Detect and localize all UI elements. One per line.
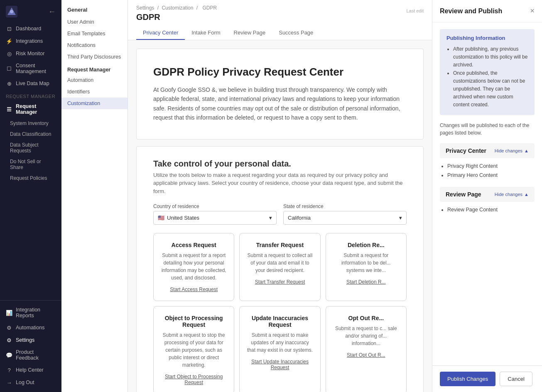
settings-item-automation[interactable]: Automation bbox=[61, 74, 128, 86]
sidebar-item-integrations[interactable]: ⚡ Integrations bbox=[0, 35, 61, 47]
sidebar-item-risk-monitor[interactable]: ◎ Risk Monitor bbox=[0, 47, 61, 60]
live-data-map-icon: ⊕ bbox=[6, 80, 12, 87]
sidebar-item-product-feedback[interactable]: 💬 Product Feedback bbox=[0, 346, 61, 364]
update-inaccuracies-link[interactable]: Start Update Inaccuracies Request bbox=[246, 359, 313, 370]
settings-item-notifications[interactable]: Notifications bbox=[61, 39, 128, 51]
publishing-info-box: Publishing Information After publishing,… bbox=[440, 29, 535, 115]
tab-privacy-center[interactable]: Privacy Center bbox=[136, 26, 185, 40]
help-icon: ? bbox=[6, 367, 12, 373]
breadcrumb-settings[interactable]: Settings bbox=[136, 5, 154, 11]
settings-item-user-admin[interactable]: User Admin bbox=[61, 16, 128, 28]
review-page-section-header[interactable]: Review Page Hide changes ▲ bbox=[440, 187, 535, 202]
sidebar-item-help-center[interactable]: ? Help Center bbox=[0, 364, 61, 376]
opt-out-link[interactable]: Start Opt Out R... bbox=[333, 352, 400, 358]
sidebar-item-log-out[interactable]: → Log Out bbox=[0, 376, 61, 389]
deletion-request-link[interactable]: Start Deletion R... bbox=[333, 279, 400, 285]
privacy-center-changes-list: Privacy Right Content Primary Hero Conte… bbox=[440, 162, 535, 180]
page-title: GDPR bbox=[136, 12, 218, 22]
deletion-request-text: Submit a request for information to be d… bbox=[333, 252, 400, 274]
tab-success-page[interactable]: Success Page bbox=[272, 26, 320, 40]
review-page-toggle[interactable]: Hide changes ▲ bbox=[495, 192, 529, 197]
sidebar-header: ← bbox=[0, 0, 61, 21]
changes-text: Changes will be published to each of the… bbox=[440, 122, 535, 137]
chevron-up-icon: ▲ bbox=[524, 148, 529, 153]
back-button[interactable]: ← bbox=[48, 7, 56, 16]
country-select[interactable]: 🇺🇸 United States ▾ bbox=[153, 211, 277, 225]
hero-title: GDPR Policy Privacy Request Center bbox=[153, 66, 407, 78]
settings-item-customization[interactable]: Customization bbox=[61, 98, 128, 109]
opt-out-title: Opt Out Re... bbox=[333, 315, 400, 321]
review-page-content-item: Review Page Content bbox=[447, 205, 535, 215]
privacy-center-section-title: Privacy Center bbox=[446, 147, 486, 154]
transfer-request-link[interactable]: Start Transfer Request bbox=[246, 279, 313, 285]
primary-hero-content-item: Primary Hero Content bbox=[447, 171, 535, 180]
tabs: Privacy Center Intake Form Review Page S… bbox=[136, 26, 424, 40]
privacy-center-toggle[interactable]: Hide changes ▲ bbox=[495, 148, 529, 153]
page-header: Settings / Customization / GDPR GDPR Las… bbox=[128, 0, 432, 40]
general-section-header: General bbox=[61, 0, 128, 16]
transfer-request-title: Transfer Request bbox=[246, 242, 313, 248]
hero-text: At Goofy Google SSO &, we believe in bui… bbox=[153, 85, 407, 122]
sidebar-item-do-not-sell[interactable]: Do Not Sell or Share bbox=[0, 156, 61, 173]
sidebar-item-integration-reports[interactable]: 📊 Integration Reports bbox=[0, 304, 61, 321]
sidebar-nav: ⊡ Dashboard ⚡ Integrations ◎ Risk Monito… bbox=[0, 21, 61, 300]
sidebar-bottom: 📊 Integration Reports ⚙ Automations ⚙ Se… bbox=[0, 300, 61, 392]
sidebar-item-settings[interactable]: ⚙ Settings bbox=[0, 334, 61, 346]
tab-review-page[interactable]: Review Page bbox=[227, 26, 272, 40]
svg-point-2 bbox=[10, 10, 13, 13]
deletion-request-card: Deletion Re... Submit a request for info… bbox=[326, 233, 407, 301]
opt-out-card: Opt Out Re... Submit a request to c... s… bbox=[326, 306, 407, 392]
sidebar-item-automations[interactable]: ⚙ Automations bbox=[0, 321, 61, 334]
object-processing-card: Object to Processing Request Submit a re… bbox=[153, 306, 234, 392]
cancel-button[interactable]: Cancel bbox=[500, 372, 532, 386]
state-group: State of residence California ▾ bbox=[283, 203, 407, 225]
review-panel-footer: Publish Changes Cancel bbox=[432, 365, 542, 392]
review-page-section: Review Page Hide changes ▲ Review Page C… bbox=[440, 187, 535, 215]
take-control-title: Take control of your personal data. bbox=[153, 159, 407, 169]
publishing-info-item-1: After publishing, any previous customiza… bbox=[453, 45, 528, 69]
sidebar-item-request-manager[interactable]: ☰ Request Manager bbox=[0, 100, 61, 118]
transfer-request-card: Transfer Request Submit a request to col… bbox=[239, 233, 320, 301]
hero-card: GDPR Policy Privacy Request Center At Go… bbox=[136, 49, 424, 140]
sidebar-item-dashboard[interactable]: ⊡ Dashboard bbox=[0, 22, 61, 35]
state-chevron-icon: ▾ bbox=[399, 215, 402, 221]
settings-item-email-templates[interactable]: Email Templates bbox=[61, 28, 128, 39]
automations-icon: ⚙ bbox=[6, 324, 12, 331]
close-icon[interactable]: × bbox=[530, 7, 535, 15]
object-processing-link[interactable]: Start Object to Processing Request bbox=[160, 374, 227, 385]
deletion-request-title: Deletion Re... bbox=[333, 242, 400, 248]
sidebar-item-system-inventory[interactable]: System Inventory bbox=[0, 118, 61, 129]
sidebar-item-data-subject-requests[interactable]: Data Subject Requests bbox=[0, 140, 61, 156]
sidebar-item-consent-management[interactable]: ☐ Consent Management bbox=[0, 60, 61, 77]
transfer-request-text: Submit a request to collect all of your … bbox=[246, 252, 313, 274]
settings-item-identifiers[interactable]: Identifiers bbox=[61, 86, 128, 98]
request-manager-icon: ☰ bbox=[6, 106, 12, 113]
privacy-center-section-header[interactable]: Privacy Center Hide changes ▲ bbox=[440, 143, 535, 158]
tab-intake-form[interactable]: Intake Form bbox=[185, 26, 227, 40]
state-select[interactable]: California ▾ bbox=[283, 211, 407, 225]
country-group: Country of residence 🇺🇸 United States ▾ bbox=[153, 203, 277, 225]
publish-changes-button[interactable]: Publish Changes bbox=[440, 372, 495, 386]
breadcrumb-gdpr: GDPR bbox=[202, 5, 217, 11]
review-panel-body: Publishing Information After publishing,… bbox=[432, 22, 542, 365]
sidebar-item-live-data-map[interactable]: ⊕ Live Data Map bbox=[0, 77, 61, 90]
access-request-card: Access Request Submit a request for a re… bbox=[153, 233, 234, 301]
breadcrumb-customization[interactable]: Customization bbox=[162, 5, 193, 11]
request-grid-row1: Access Request Submit a request for a re… bbox=[153, 233, 407, 301]
dashboard-icon: ⊡ bbox=[6, 25, 12, 32]
access-request-text: Submit a request for a report detailing … bbox=[160, 252, 227, 282]
review-panel-title: Review and Publish bbox=[440, 7, 502, 15]
settings-panel: General User Admin Email Templates Notif… bbox=[61, 0, 128, 392]
product-feedback-icon: 💬 bbox=[6, 352, 12, 358]
take-control-subtitle: Utilize the tools below to make a reques… bbox=[153, 171, 407, 196]
last-edit: Last edit bbox=[406, 5, 424, 13]
publishing-info-title: Publishing Information bbox=[446, 35, 528, 41]
access-request-link[interactable]: Start Access Request bbox=[160, 287, 227, 292]
settings-item-third-party[interactable]: Third Party Disclosures bbox=[61, 51, 128, 63]
preview-area: GDPR Policy Privacy Request Center At Go… bbox=[128, 40, 432, 392]
sidebar-item-request-policies[interactable]: Request Policies bbox=[0, 173, 61, 184]
consent-icon: ☐ bbox=[6, 65, 12, 72]
sidebar-item-data-classification[interactable]: Data Classification bbox=[0, 129, 61, 140]
review-page-changes-list: Review Page Content bbox=[440, 205, 535, 215]
update-inaccuracies-title: Update Inaccuracies Request bbox=[246, 315, 313, 328]
